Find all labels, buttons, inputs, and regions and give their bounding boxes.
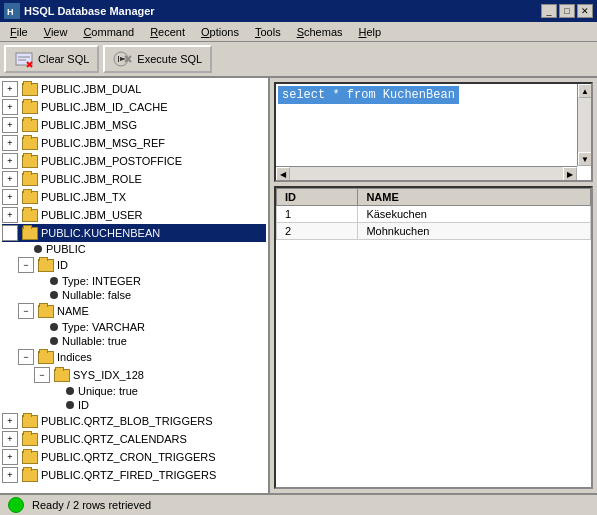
menu-file[interactable]: File: [2, 24, 36, 40]
toggle-jbm-tx[interactable]: +: [2, 189, 18, 205]
close-button[interactable]: ✕: [577, 4, 593, 18]
window-controls: _ □ ✕: [541, 4, 593, 18]
toggle-jbm-msg[interactable]: +: [2, 117, 18, 133]
tree-item-jbm-tx[interactable]: +PUBLIC.JBM_TX: [2, 188, 266, 206]
sql-scroll-left[interactable]: ◀: [276, 167, 290, 181]
folder-icon-jbm-dual: [22, 83, 38, 96]
tree-item-jbm-user[interactable]: +PUBLIC.JBM_USER: [2, 206, 266, 224]
toggle-qrtz-calendars[interactable]: +: [2, 431, 18, 447]
toggle-qrtz-cron[interactable]: +: [2, 449, 18, 465]
folder-icon-jbm-user: [22, 209, 38, 222]
tree-item-jbm-msg[interactable]: +PUBLIC.JBM_MSG: [2, 116, 266, 134]
toggle-qrtz-blob[interactable]: +: [2, 413, 18, 429]
toggle-name-folder[interactable]: −: [18, 303, 34, 319]
toggle-jbm-id-cache[interactable]: +: [2, 99, 18, 115]
folder-icon-jbm-tx: [22, 191, 38, 204]
maximize-button[interactable]: □: [559, 4, 575, 18]
menu-schemas[interactable]: Schemas: [289, 24, 351, 40]
sql-htrack[interactable]: [290, 167, 563, 180]
sql-vscrollbar[interactable]: ▲ ▼: [577, 84, 591, 166]
label-qrtz-calendars: PUBLIC.QRTZ_CALENDARS: [41, 433, 187, 445]
sql-vtrack[interactable]: [578, 98, 591, 152]
toggle-jbm-dual[interactable]: +: [2, 81, 18, 97]
tree-item-id-folder[interactable]: −ID: [2, 256, 266, 274]
toggle-sys-idx[interactable]: −: [34, 367, 50, 383]
sql-hscrollbar[interactable]: ◀ ▶: [276, 166, 577, 180]
execute-sql-icon: [113, 49, 133, 69]
tree-item-name-folder[interactable]: −NAME: [2, 302, 266, 320]
label-sys-idx: SYS_IDX_128: [73, 369, 144, 381]
label-unique: Unique: true: [78, 385, 138, 397]
sql-scroll-up[interactable]: ▲: [578, 84, 592, 98]
tree-item-idx-id[interactable]: ID: [2, 398, 266, 412]
folder-icon-jbm-id-cache: [22, 101, 38, 114]
menu-view[interactable]: View: [36, 24, 76, 40]
status-indicator: [8, 497, 24, 513]
tree-item-name-type[interactable]: Type: VARCHAR: [2, 320, 266, 334]
tree-item-jbm-msg-ref[interactable]: +PUBLIC.JBM_MSG_REF: [2, 134, 266, 152]
title-bar-left: H HSQL Database Manager: [4, 3, 155, 19]
toggle-jbm-role[interactable]: +: [2, 171, 18, 187]
tree-item-jbm-postoffice[interactable]: +PUBLIC.JBM_POSTOFFICE: [2, 152, 266, 170]
label-qrtz-cron: PUBLIC.QRTZ_CRON_TRIGGERS: [41, 451, 216, 463]
tree-item-kuchenbean[interactable]: +PUBLIC.KUCHENBEAN: [2, 224, 266, 242]
bullet-id-nullable: [50, 291, 58, 299]
label-qrtz-blob: PUBLIC.QRTZ_BLOB_TRIGGERS: [41, 415, 213, 427]
toggle-kuchenbean[interactable]: +: [2, 225, 18, 241]
folder-icon-jbm-msg: [22, 119, 38, 132]
execute-sql-button[interactable]: Execute SQL: [103, 45, 212, 73]
bullet-idx-id: [66, 401, 74, 409]
execute-sql-label: Execute SQL: [137, 53, 202, 65]
toggle-jbm-msg-ref[interactable]: +: [2, 135, 18, 151]
tree-panel[interactable]: +PUBLIC.JBM_DUAL+PUBLIC.JBM_ID_CACHE+PUB…: [0, 78, 270, 493]
tree-item-qrtz-blob[interactable]: +PUBLIC.QRTZ_BLOB_TRIGGERS: [2, 412, 266, 430]
folder-icon-qrtz-calendars: [22, 433, 38, 446]
toggle-jbm-user[interactable]: +: [2, 207, 18, 223]
menu-tools[interactable]: Tools: [247, 24, 289, 40]
minimize-button[interactable]: _: [541, 4, 557, 18]
tree-item-indices-folder[interactable]: −Indices: [2, 348, 266, 366]
tree-item-jbm-id-cache[interactable]: +PUBLIC.JBM_ID_CACHE: [2, 98, 266, 116]
label-jbm-msg-ref: PUBLIC.JBM_MSG_REF: [41, 137, 165, 149]
label-jbm-id-cache: PUBLIC.JBM_ID_CACHE: [41, 101, 168, 113]
tree-item-jbm-role[interactable]: +PUBLIC.JBM_ROLE: [2, 170, 266, 188]
table-row-1: 2Mohnkuchen: [277, 223, 591, 240]
table-row-0: 1Käsekuchen: [277, 206, 591, 223]
tree-item-jbm-dual[interactable]: +PUBLIC.JBM_DUAL: [2, 80, 266, 98]
tree-item-qrtz-fired[interactable]: +PUBLIC.QRTZ_FIRED_TRIGGERS: [2, 466, 266, 484]
folder-icon-kuchenbean: [22, 227, 38, 240]
folder-icon-qrtz-blob: [22, 415, 38, 428]
tree-item-qrtz-cron[interactable]: +PUBLIC.QRTZ_CRON_TRIGGERS: [2, 448, 266, 466]
tree-item-qrtz-calendars[interactable]: +PUBLIC.QRTZ_CALENDARS: [2, 430, 266, 448]
tree-item-public-node[interactable]: PUBLIC: [2, 242, 266, 256]
label-kuchenbean: PUBLIC.KUCHENBEAN: [41, 227, 160, 239]
tree-item-id-nullable[interactable]: Nullable: false: [2, 288, 266, 302]
bullet-name-nullable: [50, 337, 58, 345]
window-title: HSQL Database Manager: [24, 5, 155, 17]
label-public-node: PUBLIC: [46, 243, 86, 255]
clear-sql-button[interactable]: Clear SQL: [4, 45, 99, 73]
tree-item-name-nullable[interactable]: Nullable: true: [2, 334, 266, 348]
toggle-qrtz-fired[interactable]: +: [2, 467, 18, 483]
toggle-indices-folder[interactable]: −: [18, 349, 34, 365]
tree-item-unique[interactable]: Unique: true: [2, 384, 266, 398]
clear-sql-icon: [14, 49, 34, 69]
sql-editor[interactable]: select * from KuchenBean ▲ ▼ ◀ ▶: [274, 82, 593, 182]
sql-content[interactable]: select * from KuchenBean: [278, 86, 459, 104]
toggle-id-folder[interactable]: −: [18, 257, 34, 273]
menu-options[interactable]: Options: [193, 24, 247, 40]
menu-command[interactable]: Command: [75, 24, 142, 40]
sql-scroll-down[interactable]: ▼: [578, 152, 592, 166]
label-idx-id: ID: [78, 399, 89, 411]
results-header: IDNAME: [277, 189, 591, 206]
label-jbm-role: PUBLIC.JBM_ROLE: [41, 173, 142, 185]
menu-recent[interactable]: Recent: [142, 24, 193, 40]
bullet-name-type: [50, 323, 58, 331]
tree-item-sys-idx[interactable]: −SYS_IDX_128: [2, 366, 266, 384]
tree-item-id-type[interactable]: Type: INTEGER: [2, 274, 266, 288]
sql-scroll-right[interactable]: ▶: [563, 167, 577, 181]
cell-1-0: 2: [277, 223, 358, 240]
bullet-id-type: [50, 277, 58, 285]
toggle-jbm-postoffice[interactable]: +: [2, 153, 18, 169]
menu-help[interactable]: Help: [351, 24, 390, 40]
